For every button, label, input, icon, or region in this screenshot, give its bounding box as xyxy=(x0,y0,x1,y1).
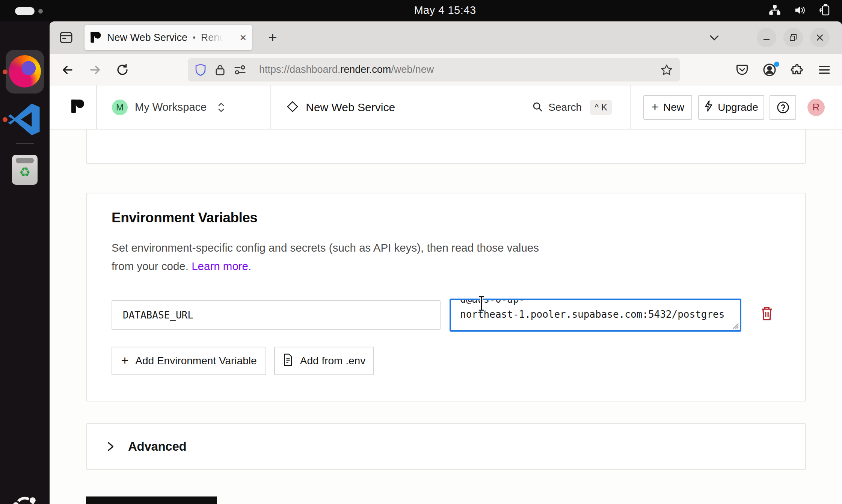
document-icon xyxy=(283,353,293,369)
advanced-section-toggle[interactable]: Advanced xyxy=(86,423,806,470)
url-text[interactable]: https://dashboard.render.com/web/new xyxy=(259,64,660,75)
permissions-sliders-icon[interactable] xyxy=(234,65,246,75)
section-description: Set environment-specific config and secr… xyxy=(112,238,558,275)
firefox-view-button[interactable] xyxy=(57,29,75,47)
account-icon[interactable] xyxy=(761,61,779,79)
workspace-indicator-dot[interactable] xyxy=(38,9,43,14)
page-content: Environment Variables Set environment-sp… xyxy=(50,130,842,504)
trash-lid xyxy=(16,158,34,163)
tab-favicon-render xyxy=(91,32,101,43)
reload-button[interactable] xyxy=(113,61,131,79)
env-key-input[interactable] xyxy=(112,300,441,330)
section-heading: Environment Variables xyxy=(112,210,257,226)
vscode-icon xyxy=(8,102,42,137)
chevron-up-down-icon xyxy=(216,101,226,114)
tracking-protection-shield-icon[interactable] xyxy=(195,63,207,77)
resize-handle[interactable] xyxy=(732,322,739,329)
list-all-tabs-button[interactable] xyxy=(708,31,721,44)
system-top-bar: May 4 15:43 xyxy=(0,0,842,21)
dock-divider xyxy=(16,143,34,144)
user-avatar[interactable]: R xyxy=(807,99,825,116)
new-tab-button[interactable]: + xyxy=(263,28,282,47)
header-divider xyxy=(630,85,631,129)
dock-item-vscode[interactable] xyxy=(8,102,42,137)
workspace-name: My Workspace xyxy=(135,101,207,113)
dock-item-firefox[interactable] xyxy=(6,50,44,94)
text-cursor-pointer xyxy=(477,295,486,314)
battery-charging-icon xyxy=(818,4,832,18)
workspace-avatar: M xyxy=(112,100,128,115)
diamond-icon xyxy=(287,101,298,114)
forward-button[interactable] xyxy=(86,61,104,79)
render-dashboard: M My Workspace New Web Service xyxy=(50,86,842,504)
dock: ♻ xyxy=(0,21,50,504)
network-tree-icon xyxy=(768,4,781,18)
window-close-button[interactable] xyxy=(810,28,830,47)
recycle-icon: ♻ xyxy=(12,164,38,180)
app-header: M My Workspace New Web Service xyxy=(50,86,842,130)
system-clock[interactable]: May 4 15:43 xyxy=(391,4,499,17)
add-environment-variable-button[interactable]: + Add Environment Variable xyxy=(112,347,266,375)
question-mark-icon xyxy=(776,101,790,114)
learn-more-link[interactable]: Learn more. xyxy=(192,260,251,272)
browser-tab[interactable]: New Web Service • Rend × xyxy=(85,25,252,50)
back-button[interactable] xyxy=(59,61,77,79)
render-logo-icon[interactable] xyxy=(71,99,84,116)
breadcrumb: New Web Service xyxy=(287,101,395,114)
ubuntu-launcher-icon[interactable] xyxy=(11,493,38,504)
firefox-running-dot xyxy=(3,69,8,74)
help-button[interactable] xyxy=(770,95,796,120)
workspace-switcher[interactable]: M My Workspace xyxy=(112,100,226,115)
tab-title: New Web Service • Rend xyxy=(107,32,237,44)
firefox-icon xyxy=(9,55,41,88)
menu-hamburger-icon[interactable] xyxy=(815,61,833,79)
tab-bar: New Web Service • Rend × + xyxy=(50,21,842,54)
extensions-puzzle-icon[interactable] xyxy=(788,61,806,79)
workspace-indicator-pill[interactable] xyxy=(15,7,35,15)
navigation-toolbar: https://dashboard.render.com/web/new xyxy=(50,54,842,86)
env-value-text: d@aws-0-ap- northeast-1.pooler.supabase.… xyxy=(451,299,740,322)
header-divider xyxy=(96,85,97,129)
dock-item-trash[interactable]: ♻ xyxy=(12,155,38,185)
search-icon xyxy=(532,101,543,114)
upgrade-button[interactable]: Upgrade xyxy=(698,95,764,120)
new-button[interactable]: + New xyxy=(643,95,692,120)
advanced-label: Advanced xyxy=(128,439,186,454)
add-from-env-button[interactable]: Add from .env xyxy=(274,347,374,375)
tab-close-icon[interactable]: × xyxy=(240,32,246,43)
window-restore-button[interactable] xyxy=(783,28,803,47)
environment-variables-card: Environment Variables Set environment-sp… xyxy=(86,193,806,401)
search-shortcut-badge: ^ K xyxy=(590,100,612,115)
account-notification-dot xyxy=(774,62,779,67)
chevron-right-icon xyxy=(105,440,116,453)
delete-variable-button[interactable] xyxy=(760,305,775,323)
bookmark-star-icon[interactable] xyxy=(660,63,673,76)
browser-window: New Web Service • Rend × + xyxy=(50,21,842,504)
tab-separator: • xyxy=(193,33,196,42)
lock-icon[interactable] xyxy=(215,63,225,76)
vscode-running-dot xyxy=(3,117,8,122)
plus-icon: + xyxy=(121,354,128,367)
address-bar[interactable]: https://dashboard.render.com/web/new xyxy=(188,58,680,81)
header-divider xyxy=(270,85,271,129)
previous-section-card-partial xyxy=(86,130,806,164)
system-tray[interactable] xyxy=(768,0,832,21)
window-minimize-button[interactable] xyxy=(757,28,776,47)
page-title: New Web Service xyxy=(306,101,395,114)
plus-icon: + xyxy=(651,100,659,113)
search-button[interactable]: Search ^ K xyxy=(532,100,612,115)
volume-icon xyxy=(793,4,806,18)
pocket-icon[interactable] xyxy=(733,61,751,79)
toolbar-right-icons xyxy=(733,61,833,79)
deploy-web-service-button[interactable]: Deploy Web Service xyxy=(86,496,217,504)
lightning-icon xyxy=(704,100,713,114)
env-value-textarea[interactable]: d@aws-0-ap- northeast-1.pooler.supabase.… xyxy=(450,299,741,332)
